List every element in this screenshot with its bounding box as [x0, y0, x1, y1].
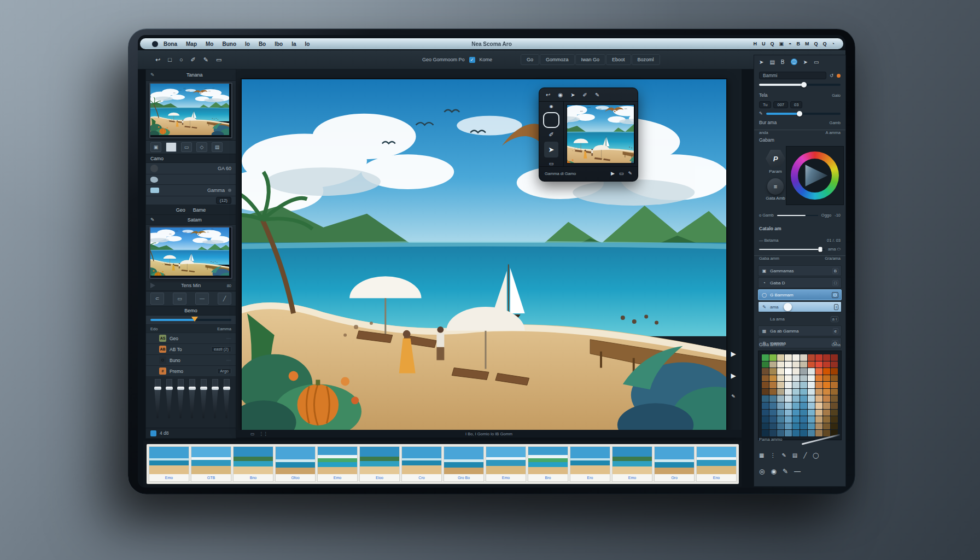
layer-row[interactable]: ◔ Gaba D □: [758, 277, 842, 288]
right-top-icon[interactable]: ▭: [814, 59, 819, 65]
tool-icon[interactable]: ✎: [203, 56, 208, 63]
color-swatch[interactable]: [800, 361, 807, 368]
next-arrow-icon[interactable]: ▶: [731, 350, 736, 358]
color-swatch[interactable]: [777, 430, 784, 436]
color-swatch[interactable]: [800, 416, 807, 423]
color-swatch[interactable]: [792, 389, 800, 395]
slider-handle[interactable]: [191, 317, 198, 322]
layer-right-icon[interactable]: □: [832, 280, 838, 286]
color-swatch[interactable]: [762, 402, 769, 409]
color-swatch[interactable]: [769, 382, 777, 388]
app-logo-icon[interactable]: [152, 41, 158, 47]
color-swatch[interactable]: [785, 389, 792, 395]
preset-list-item[interactable]: O Buno: [146, 355, 236, 366]
color-swatch[interactable]: [800, 375, 807, 382]
color-swatch[interactable]: [831, 375, 838, 382]
color-swatch[interactable]: [823, 368, 830, 375]
color-swatch[interactable]: [785, 382, 792, 388]
color-swatch[interactable]: [777, 375, 784, 382]
color-swatch[interactable]: [800, 430, 807, 436]
slider-knob[interactable]: [818, 247, 822, 252]
tray-icon[interactable]: H: [754, 41, 757, 46]
floating-footer-icon[interactable]: ✎: [628, 171, 632, 176]
color-swatch[interactable]: [769, 389, 777, 395]
tray-icon[interactable]: Q: [823, 41, 827, 46]
color-swatch[interactable]: [815, 395, 822, 402]
tool-icon[interactable]: ✐: [191, 56, 196, 63]
floating-footer-icon[interactable]: ▶: [611, 171, 615, 176]
filmstrip-thumbnail[interactable]: Emo: [149, 446, 189, 482]
color-swatch[interactable]: [792, 410, 800, 416]
color-row-1[interactable]: GA 60: [146, 163, 236, 174]
color-swatch[interactable]: [823, 389, 830, 395]
color-swatch[interactable]: [800, 389, 807, 395]
color-triangle[interactable]: [798, 159, 832, 192]
bottom-tool-icon[interactable]: ✎: [781, 452, 786, 458]
color-swatch[interactable]: [800, 402, 807, 409]
color-swatch[interactable]: [808, 361, 815, 368]
right-top-icon[interactable]: ▤: [769, 59, 774, 65]
menu-item[interactable]: Map: [186, 41, 197, 47]
options-button[interactable]: Go: [521, 54, 539, 65]
color-swatch[interactable]: [831, 368, 838, 375]
color-swatch[interactable]: [823, 410, 830, 416]
right-top-icon[interactable]: ➤: [759, 59, 763, 65]
color-swatch[interactable]: [792, 430, 800, 436]
bottom-tool-icon[interactable]: ⋮: [770, 452, 775, 458]
color-swatch[interactable]: [762, 395, 769, 402]
color-swatch[interactable]: [777, 402, 784, 409]
color-swatch[interactable]: [815, 389, 822, 395]
color-swatch[interactable]: [777, 368, 784, 375]
filmstrip-thumbnail[interactable]: Emo: [317, 446, 358, 482]
color-swatch[interactable]: [815, 423, 822, 430]
filmstrip-thumbnail[interactable]: Gfoo: [275, 446, 316, 482]
color-swatch[interactable]: [792, 416, 800, 423]
blue-slider[interactable]: [766, 113, 841, 115]
panel-tool-button[interactable]: ▤: [212, 142, 223, 152]
color-swatch[interactable]: [823, 354, 830, 361]
tool-option-button[interactable]: ╱: [218, 293, 231, 305]
thin-slider[interactable]: [759, 249, 825, 250]
brush-nib[interactable]: [200, 379, 207, 418]
filmstrip-thumbnail[interactable]: Gro: [654, 446, 695, 482]
tray-icon[interactable]: B: [797, 41, 801, 46]
color-swatch[interactable]: [815, 410, 822, 416]
color-swatch[interactable]: [762, 430, 769, 436]
color-swatch[interactable]: [792, 423, 800, 430]
color-swatch[interactable]: [808, 410, 815, 416]
filmstrip-thumbnail[interactable]: Emo: [486, 446, 526, 482]
bottom-lens-icon[interactable]: ◉: [771, 468, 776, 475]
floating-toolbar-icon[interactable]: ◉: [558, 92, 563, 98]
color-swatch[interactable]: [808, 354, 815, 361]
slider-knob[interactable]: [797, 111, 802, 116]
color-swatch[interactable]: [785, 368, 792, 375]
color-row-3[interactable]: Gamma: [146, 185, 236, 196]
color-swatch[interactable]: [785, 354, 792, 361]
document-icon[interactable]: [150, 430, 156, 436]
right-top-icon[interactable]: ⓘ: [791, 59, 797, 65]
floating-toolbar-icon[interactable]: ✎: [595, 92, 599, 98]
slider-knob[interactable]: [801, 82, 807, 88]
layer-right-icon[interactable]: O: [832, 292, 838, 298]
menu-item[interactable]: Io: [305, 41, 310, 47]
color-swatch[interactable]: [815, 430, 822, 436]
color-swatch[interactable]: [800, 395, 807, 402]
right-top-icon[interactable]: ➤: [803, 59, 808, 65]
layer-left-icon[interactable]: ▦: [761, 329, 767, 334]
preview-thumbnail[interactable]: [149, 226, 232, 279]
options-toggle-label[interactable]: Kome: [480, 57, 493, 62]
color-swatch[interactable]: [762, 375, 769, 382]
list-mode-button[interactable]: ≡: [767, 178, 784, 195]
reset-icon[interactable]: ↺: [830, 73, 833, 78]
filmstrip-thumbnail[interactable]: Eno: [696, 446, 737, 482]
preset-list-item[interactable]: AB AB To easti (2): [146, 344, 236, 355]
color-swatch[interactable]: [808, 382, 815, 388]
color-swatch[interactable]: [762, 389, 769, 395]
bottom-tool-icon[interactable]: ▤: [792, 452, 797, 458]
tray-icon[interactable]: ◓: [789, 41, 791, 46]
color-swatch[interactable]: [800, 410, 807, 416]
color-swatch[interactable]: [808, 389, 815, 395]
menu-item[interactable]: Mo: [206, 41, 213, 47]
left-slider[interactable]: [150, 319, 231, 321]
color-swatch[interactable]: [762, 382, 769, 388]
